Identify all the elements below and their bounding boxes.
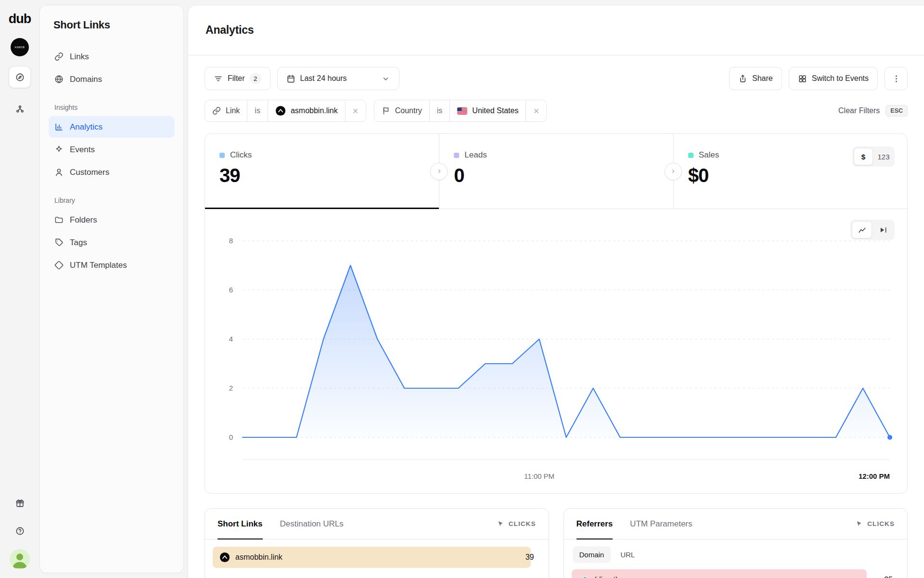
sidebar-item-label: Analytics bbox=[70, 122, 103, 132]
filter-count-badge: 2 bbox=[250, 73, 261, 84]
chevron-right-icon bbox=[669, 168, 677, 175]
link-row-value: 39 bbox=[526, 553, 534, 562]
funnel-chart-toggle[interactable] bbox=[873, 221, 893, 238]
toggle-domain[interactable]: Domain bbox=[573, 546, 611, 563]
dub-logo[interactable]: dub bbox=[9, 13, 31, 26]
tab-referrers[interactable]: Referrers bbox=[577, 509, 613, 539]
referrers-panel-header: Referrers UTM Parameters CLICKS bbox=[564, 509, 908, 539]
cursor-click-icon bbox=[855, 520, 863, 528]
switch-to-events-label: Switch to Events bbox=[812, 74, 869, 83]
chip-operator[interactable]: is bbox=[247, 100, 268, 121]
help-icon bbox=[15, 526, 25, 536]
svg-text:8: 8 bbox=[229, 236, 233, 245]
help-button[interactable] bbox=[10, 521, 29, 540]
rail-integrations-button[interactable] bbox=[9, 98, 31, 120]
cursor-click-icon bbox=[497, 520, 504, 528]
rail-analytics-button[interactable] bbox=[9, 66, 31, 88]
sales-count-toggle[interactable]: 123 bbox=[874, 148, 893, 165]
app-rail: dub ASMOB bbox=[0, 0, 39, 578]
link-icon bbox=[212, 106, 221, 115]
analytics-card: Clicks 39 Leads 0 Sale bbox=[205, 133, 908, 494]
sidebar-item-analytics[interactable]: Analytics bbox=[49, 116, 175, 138]
links-panel-body: asmobbin.link 39 bbox=[205, 539, 549, 575]
workspace-avatar[interactable]: ASMOB bbox=[11, 38, 29, 56]
clicks-value: 39 bbox=[219, 165, 424, 186]
chip-field-country[interactable]: Country bbox=[374, 100, 430, 121]
stat-leads[interactable]: Leads 0 bbox=[439, 134, 673, 209]
line-chart-icon bbox=[858, 225, 867, 235]
app-root: dub ASMOB Short Links L bbox=[0, 0, 924, 578]
clicks-marker bbox=[219, 153, 225, 158]
sidebar-item-label: Events bbox=[70, 145, 95, 155]
asmobbin-favicon bbox=[275, 105, 286, 116]
sidebar-item-folders[interactable]: Folders bbox=[49, 209, 175, 231]
line-chart-toggle[interactable] bbox=[852, 221, 872, 238]
direct-referrer-icon bbox=[578, 575, 589, 578]
referrers-metric-selector[interactable]: CLICKS bbox=[855, 520, 895, 528]
more-options-button[interactable] bbox=[885, 67, 908, 90]
sales-currency-toggle[interactable]: $ bbox=[854, 148, 873, 165]
svg-text:2: 2 bbox=[229, 384, 233, 392]
sales-unit-toggle: $ 123 bbox=[852, 146, 895, 167]
filter-button[interactable]: Filter 2 bbox=[205, 67, 270, 90]
funnel-chart-icon bbox=[879, 225, 888, 235]
svg-text:0: 0 bbox=[229, 433, 233, 441]
remove-country-filter-button[interactable] bbox=[526, 100, 546, 121]
share-button-label: Share bbox=[752, 74, 773, 83]
chip-value-label: asmobbin.link bbox=[291, 106, 338, 115]
svg-text:4: 4 bbox=[229, 335, 233, 343]
switch-to-events-button[interactable]: Switch to Events bbox=[789, 67, 878, 90]
asmobbin-favicon bbox=[219, 552, 230, 563]
stats-expand-button[interactable] bbox=[430, 163, 448, 180]
chip-operator[interactable]: is bbox=[430, 100, 450, 121]
sidebar-item-utm-templates[interactable]: UTM Templates bbox=[49, 254, 175, 276]
leads-value: 0 bbox=[454, 165, 658, 186]
share-button[interactable]: Share bbox=[729, 67, 782, 90]
chevron-right-icon bbox=[436, 168, 443, 175]
sidebar-item-label: UTM Templates bbox=[70, 261, 127, 270]
filter-icon bbox=[214, 74, 223, 83]
referrer-row-value: 35 bbox=[884, 576, 893, 578]
referrer-row-direct[interactable]: (direct) 35 bbox=[572, 568, 900, 578]
stat-label: Clicks bbox=[230, 150, 252, 160]
stat-clicks[interactable]: Clicks 39 bbox=[205, 134, 439, 209]
gift-button[interactable] bbox=[10, 493, 29, 512]
chip-field-link[interactable]: Link bbox=[205, 100, 247, 121]
close-icon bbox=[352, 107, 359, 115]
chip-value-country[interactable]: United States bbox=[450, 100, 526, 121]
sales-value: $0 bbox=[688, 165, 893, 186]
chevron-down-icon bbox=[381, 74, 390, 83]
remove-link-filter-button[interactable] bbox=[346, 100, 366, 121]
sidebar-item-links[interactable]: Links bbox=[49, 46, 175, 67]
chip-value-link[interactable]: asmobbin.link bbox=[268, 100, 346, 121]
links-metric-selector[interactable]: CLICKS bbox=[497, 520, 536, 528]
metric-label: CLICKS bbox=[867, 520, 895, 527]
tab-utm-parameters[interactable]: UTM Parameters bbox=[630, 509, 692, 539]
stats-expand-button[interactable] bbox=[665, 163, 682, 180]
workspace-avatar-label: ASMOB bbox=[14, 46, 25, 49]
globe-icon bbox=[54, 75, 64, 84]
link-row-asmobbin[interactable]: asmobbin.link 39 bbox=[213, 545, 541, 569]
main-panel: Analytics Filter 2 Last 24 hours bbox=[188, 5, 924, 578]
clear-filters-button[interactable]: Clear Filters bbox=[838, 106, 880, 115]
links-panel-header: Short Links Destination URLs CLICKS bbox=[205, 509, 549, 539]
user-icon bbox=[54, 168, 64, 177]
chip-field-label: Country bbox=[395, 106, 422, 115]
tab-short-links[interactable]: Short Links bbox=[218, 509, 263, 539]
share-icon bbox=[738, 74, 747, 83]
tab-destination-urls[interactable]: Destination URLs bbox=[280, 509, 344, 539]
sidebar-item-customers[interactable]: Customers bbox=[49, 161, 175, 183]
toggle-url[interactable]: URL bbox=[614, 546, 642, 563]
tag-icon bbox=[54, 238, 64, 247]
sidebar-item-tags[interactable]: Tags bbox=[49, 232, 175, 253]
filter-chip-country: Country is United States bbox=[374, 100, 547, 122]
sidebar-item-domains[interactable]: Domains bbox=[49, 68, 175, 90]
stat-label: Leads bbox=[464, 150, 487, 160]
leads-marker bbox=[454, 153, 459, 158]
user-avatar[interactable] bbox=[10, 549, 30, 569]
stat-sales[interactable]: Sales $0 $ 123 bbox=[673, 134, 907, 209]
date-range-selector[interactable]: Last 24 hours bbox=[277, 67, 399, 90]
filter-button-label: Filter bbox=[228, 74, 245, 83]
sidebar-item-events[interactable]: Events bbox=[49, 139, 175, 160]
page-title: Analytics bbox=[205, 24, 254, 37]
